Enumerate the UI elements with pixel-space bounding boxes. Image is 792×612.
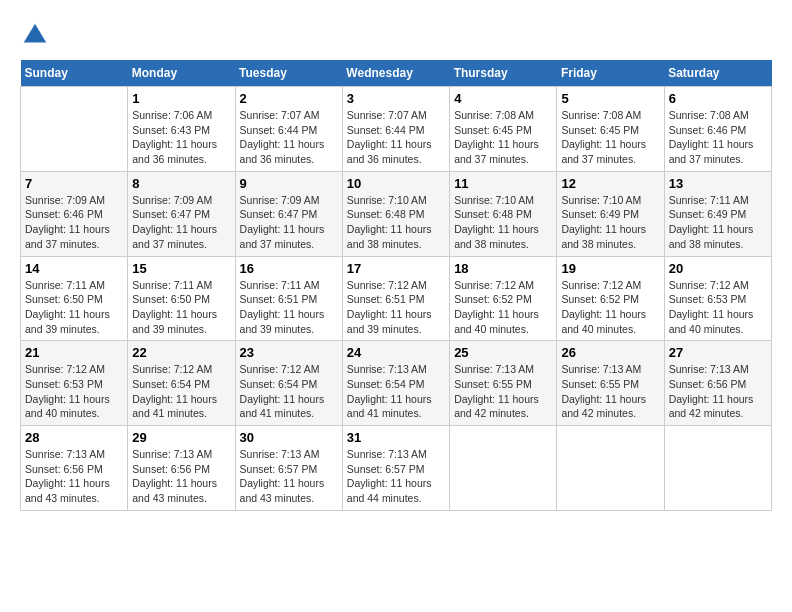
week-row-5: 28Sunrise: 7:13 AMSunset: 6:56 PMDayligh… <box>21 426 772 511</box>
day-info: Sunrise: 7:12 AMSunset: 6:52 PMDaylight:… <box>454 278 552 337</box>
day-info: Sunrise: 7:07 AMSunset: 6:44 PMDaylight:… <box>240 108 338 167</box>
day-cell: 18Sunrise: 7:12 AMSunset: 6:52 PMDayligh… <box>450 256 557 341</box>
day-info: Sunrise: 7:13 AMSunset: 6:57 PMDaylight:… <box>240 447 338 506</box>
header-cell-wednesday: Wednesday <box>342 60 449 87</box>
day-info: Sunrise: 7:10 AMSunset: 6:48 PMDaylight:… <box>454 193 552 252</box>
day-info: Sunrise: 7:10 AMSunset: 6:48 PMDaylight:… <box>347 193 445 252</box>
day-number: 11 <box>454 176 552 191</box>
day-number: 1 <box>132 91 230 106</box>
calendar-table: SundayMondayTuesdayWednesdayThursdayFrid… <box>20 60 772 511</box>
day-number: 27 <box>669 345 767 360</box>
day-number: 16 <box>240 261 338 276</box>
day-info: Sunrise: 7:12 AMSunset: 6:52 PMDaylight:… <box>561 278 659 337</box>
calendar-body: 1Sunrise: 7:06 AMSunset: 6:43 PMDaylight… <box>21 87 772 511</box>
day-number: 9 <box>240 176 338 191</box>
day-info: Sunrise: 7:11 AMSunset: 6:51 PMDaylight:… <box>240 278 338 337</box>
day-cell: 10Sunrise: 7:10 AMSunset: 6:48 PMDayligh… <box>342 171 449 256</box>
day-cell: 24Sunrise: 7:13 AMSunset: 6:54 PMDayligh… <box>342 341 449 426</box>
day-info: Sunrise: 7:13 AMSunset: 6:55 PMDaylight:… <box>454 362 552 421</box>
day-cell: 9Sunrise: 7:09 AMSunset: 6:47 PMDaylight… <box>235 171 342 256</box>
day-cell: 6Sunrise: 7:08 AMSunset: 6:46 PMDaylight… <box>664 87 771 172</box>
day-cell: 19Sunrise: 7:12 AMSunset: 6:52 PMDayligh… <box>557 256 664 341</box>
day-info: Sunrise: 7:09 AMSunset: 6:47 PMDaylight:… <box>240 193 338 252</box>
day-number: 15 <box>132 261 230 276</box>
day-cell: 14Sunrise: 7:11 AMSunset: 6:50 PMDayligh… <box>21 256 128 341</box>
day-number: 25 <box>454 345 552 360</box>
day-number: 26 <box>561 345 659 360</box>
day-cell: 20Sunrise: 7:12 AMSunset: 6:53 PMDayligh… <box>664 256 771 341</box>
day-number: 5 <box>561 91 659 106</box>
day-cell: 12Sunrise: 7:10 AMSunset: 6:49 PMDayligh… <box>557 171 664 256</box>
day-info: Sunrise: 7:13 AMSunset: 6:56 PMDaylight:… <box>132 447 230 506</box>
day-cell: 28Sunrise: 7:13 AMSunset: 6:56 PMDayligh… <box>21 426 128 511</box>
day-number: 17 <box>347 261 445 276</box>
header-cell-saturday: Saturday <box>664 60 771 87</box>
day-number: 3 <box>347 91 445 106</box>
day-number: 2 <box>240 91 338 106</box>
day-cell <box>450 426 557 511</box>
day-cell: 17Sunrise: 7:12 AMSunset: 6:51 PMDayligh… <box>342 256 449 341</box>
logo <box>20 20 54 50</box>
day-cell: 2Sunrise: 7:07 AMSunset: 6:44 PMDaylight… <box>235 87 342 172</box>
day-cell: 1Sunrise: 7:06 AMSunset: 6:43 PMDaylight… <box>128 87 235 172</box>
day-cell: 3Sunrise: 7:07 AMSunset: 6:44 PMDaylight… <box>342 87 449 172</box>
day-number: 22 <box>132 345 230 360</box>
day-info: Sunrise: 7:12 AMSunset: 6:54 PMDaylight:… <box>132 362 230 421</box>
day-cell: 21Sunrise: 7:12 AMSunset: 6:53 PMDayligh… <box>21 341 128 426</box>
day-number: 6 <box>669 91 767 106</box>
day-info: Sunrise: 7:13 AMSunset: 6:56 PMDaylight:… <box>25 447 123 506</box>
day-cell <box>21 87 128 172</box>
day-cell: 29Sunrise: 7:13 AMSunset: 6:56 PMDayligh… <box>128 426 235 511</box>
day-info: Sunrise: 7:11 AMSunset: 6:49 PMDaylight:… <box>669 193 767 252</box>
day-info: Sunrise: 7:08 AMSunset: 6:45 PMDaylight:… <box>454 108 552 167</box>
day-number: 14 <box>25 261 123 276</box>
day-number: 18 <box>454 261 552 276</box>
logo-icon <box>20 20 50 50</box>
day-number: 19 <box>561 261 659 276</box>
day-cell: 7Sunrise: 7:09 AMSunset: 6:46 PMDaylight… <box>21 171 128 256</box>
day-cell: 26Sunrise: 7:13 AMSunset: 6:55 PMDayligh… <box>557 341 664 426</box>
calendar-header: SundayMondayTuesdayWednesdayThursdayFrid… <box>21 60 772 87</box>
day-cell: 30Sunrise: 7:13 AMSunset: 6:57 PMDayligh… <box>235 426 342 511</box>
day-number: 7 <box>25 176 123 191</box>
day-number: 12 <box>561 176 659 191</box>
day-info: Sunrise: 7:08 AMSunset: 6:46 PMDaylight:… <box>669 108 767 167</box>
header-cell-monday: Monday <box>128 60 235 87</box>
day-cell: 13Sunrise: 7:11 AMSunset: 6:49 PMDayligh… <box>664 171 771 256</box>
header-cell-friday: Friday <box>557 60 664 87</box>
day-cell: 22Sunrise: 7:12 AMSunset: 6:54 PMDayligh… <box>128 341 235 426</box>
day-number: 13 <box>669 176 767 191</box>
day-number: 10 <box>347 176 445 191</box>
day-cell: 23Sunrise: 7:12 AMSunset: 6:54 PMDayligh… <box>235 341 342 426</box>
day-cell: 4Sunrise: 7:08 AMSunset: 6:45 PMDaylight… <box>450 87 557 172</box>
week-row-3: 14Sunrise: 7:11 AMSunset: 6:50 PMDayligh… <box>21 256 772 341</box>
day-cell: 8Sunrise: 7:09 AMSunset: 6:47 PMDaylight… <box>128 171 235 256</box>
day-info: Sunrise: 7:13 AMSunset: 6:54 PMDaylight:… <box>347 362 445 421</box>
day-cell <box>664 426 771 511</box>
day-info: Sunrise: 7:08 AMSunset: 6:45 PMDaylight:… <box>561 108 659 167</box>
day-cell: 16Sunrise: 7:11 AMSunset: 6:51 PMDayligh… <box>235 256 342 341</box>
day-info: Sunrise: 7:13 AMSunset: 6:56 PMDaylight:… <box>669 362 767 421</box>
day-number: 8 <box>132 176 230 191</box>
day-info: Sunrise: 7:10 AMSunset: 6:49 PMDaylight:… <box>561 193 659 252</box>
day-cell: 25Sunrise: 7:13 AMSunset: 6:55 PMDayligh… <box>450 341 557 426</box>
day-number: 20 <box>669 261 767 276</box>
day-info: Sunrise: 7:12 AMSunset: 6:51 PMDaylight:… <box>347 278 445 337</box>
day-number: 24 <box>347 345 445 360</box>
day-cell <box>557 426 664 511</box>
day-cell: 11Sunrise: 7:10 AMSunset: 6:48 PMDayligh… <box>450 171 557 256</box>
week-row-1: 1Sunrise: 7:06 AMSunset: 6:43 PMDaylight… <box>21 87 772 172</box>
header-cell-sunday: Sunday <box>21 60 128 87</box>
day-cell: 15Sunrise: 7:11 AMSunset: 6:50 PMDayligh… <box>128 256 235 341</box>
day-number: 4 <box>454 91 552 106</box>
week-row-4: 21Sunrise: 7:12 AMSunset: 6:53 PMDayligh… <box>21 341 772 426</box>
day-info: Sunrise: 7:12 AMSunset: 6:54 PMDaylight:… <box>240 362 338 421</box>
day-info: Sunrise: 7:07 AMSunset: 6:44 PMDaylight:… <box>347 108 445 167</box>
day-cell: 31Sunrise: 7:13 AMSunset: 6:57 PMDayligh… <box>342 426 449 511</box>
day-number: 29 <box>132 430 230 445</box>
header-cell-thursday: Thursday <box>450 60 557 87</box>
day-cell: 27Sunrise: 7:13 AMSunset: 6:56 PMDayligh… <box>664 341 771 426</box>
header-cell-tuesday: Tuesday <box>235 60 342 87</box>
header-row: SundayMondayTuesdayWednesdayThursdayFrid… <box>21 60 772 87</box>
day-info: Sunrise: 7:12 AMSunset: 6:53 PMDaylight:… <box>669 278 767 337</box>
